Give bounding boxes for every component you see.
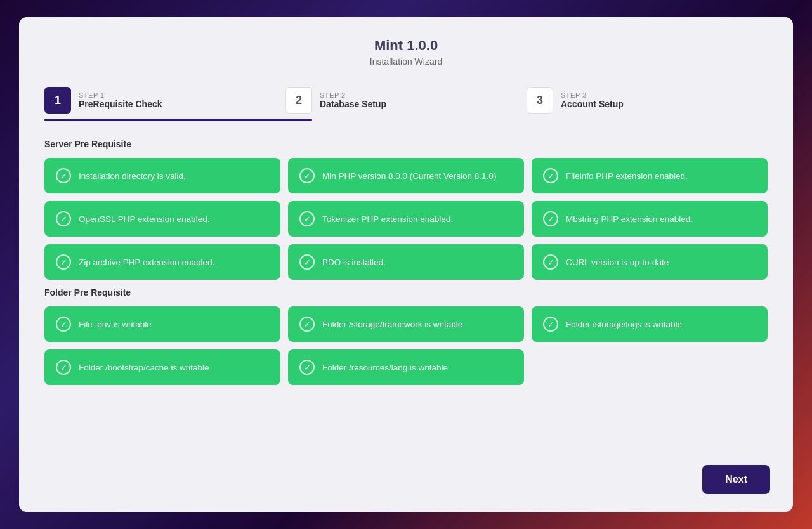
wizard-container: Mint 1.0.0 Installation Wizard 1 STEP 1 … — [19, 17, 793, 512]
check-icon: ✓ — [56, 360, 71, 375]
server-section-title: Server Pre Requisite — [44, 139, 768, 149]
step-2-number: 2 — [285, 87, 312, 114]
check-item: ✓ Folder /storage/framework is writable — [288, 306, 524, 342]
check-label: Installation directory is valid. — [79, 171, 186, 181]
step-2-label-main: Database Setup — [320, 99, 386, 109]
check-label: Folder /storage/framework is writable — [322, 320, 462, 329]
check-label: Folder /resources/lang is writable — [322, 363, 448, 372]
check-icon: ✓ — [299, 211, 315, 226]
check-icon: ✓ — [56, 254, 71, 270]
step-3-label-top: STEP 3 — [561, 91, 624, 99]
check-label: Folder /storage/logs is writable — [566, 320, 682, 329]
check-item: ✓ OpenSSL PHP extension enabled. — [44, 201, 280, 237]
check-label: CURL version is up-to-date — [566, 258, 669, 267]
check-icon: ✓ — [56, 317, 71, 332]
check-label: OpenSSL PHP extension enabled. — [79, 214, 209, 224]
check-label: Tokenizer PHP extension enabled. — [322, 214, 453, 224]
check-item: ✓ Fileinfo PHP extension enabled. — [532, 158, 768, 193]
check-label: Zip archive PHP extension enabled. — [79, 258, 214, 267]
check-icon: ✓ — [543, 168, 558, 183]
step-2-labels: STEP 2 Database Setup — [320, 91, 386, 109]
steps-nav: 1 STEP 1 PreRequisite Check 2 STEP 2 Dat… — [44, 87, 768, 114]
check-item: ✓ PDO is installed. — [288, 244, 524, 280]
check-icon: ✓ — [56, 168, 71, 183]
check-item: ✓ Min PHP version 8.0.0 (Current Version… — [288, 158, 524, 193]
wizard-title: Mint 1.0.0 — [44, 37, 768, 54]
step-1-label-top: STEP 1 — [79, 91, 162, 99]
check-icon: ✓ — [543, 211, 558, 226]
check-item: ✓ File .env is writable — [44, 306, 280, 342]
step-1-label-main: PreRequisite Check — [79, 99, 162, 109]
check-item: ✓ Mbstring PHP extension enabled. — [532, 201, 768, 237]
check-icon: ✓ — [299, 254, 315, 270]
check-icon: ✓ — [299, 317, 315, 332]
folder-checks-grid: ✓ File .env is writable ✓ Folder /storag… — [44, 306, 768, 385]
check-item: ✓ CURL version is up-to-date — [532, 244, 768, 280]
check-label: PDO is installed. — [322, 258, 386, 267]
check-label: File .env is writable — [79, 320, 152, 329]
check-item: ✓ Installation directory is valid. — [44, 158, 280, 193]
step-3-label-main: Account Setup — [561, 99, 624, 109]
check-item: ✓ Folder /resources/lang is writable — [288, 349, 524, 385]
check-label: Min PHP version 8.0.0 (Current Version 8… — [322, 171, 496, 181]
wizard-header: Mint 1.0.0 Installation Wizard — [44, 37, 768, 67]
step-2: 2 STEP 2 Database Setup — [285, 87, 527, 114]
next-button[interactable]: Next — [702, 465, 770, 494]
check-item: ✓ Tokenizer PHP extension enabled. — [288, 201, 524, 237]
check-icon: ✓ — [56, 211, 71, 226]
check-item: ✓ Zip archive PHP extension enabled. — [44, 244, 280, 280]
check-icon: ✓ — [299, 360, 315, 375]
check-icon: ✓ — [543, 317, 558, 332]
progress-bar — [44, 119, 312, 121]
step-1: 1 STEP 1 PreRequisite Check — [44, 87, 285, 114]
server-checks-grid: ✓ Installation directory is valid. ✓ Min… — [44, 158, 768, 280]
check-item: ✓ Folder /storage/logs is writable — [532, 306, 768, 342]
step-2-label-top: STEP 2 — [320, 91, 386, 99]
check-icon: ✓ — [543, 254, 558, 270]
folder-section-title: Folder Pre Requisite — [44, 287, 768, 297]
step-1-number: 1 — [44, 87, 71, 114]
step-3-number: 3 — [527, 87, 553, 114]
check-label: Fileinfo PHP extension enabled. — [566, 171, 688, 181]
check-label: Folder /bootstrap/cache is writable — [79, 363, 209, 372]
wizard-subtitle: Installation Wizard — [44, 56, 768, 67]
check-icon: ✓ — [299, 168, 315, 183]
step-3: 3 STEP 3 Account Setup — [527, 87, 768, 114]
step-3-labels: STEP 3 Account Setup — [561, 91, 624, 109]
check-item: ✓ Folder /bootstrap/cache is writable — [44, 349, 280, 385]
check-label: Mbstring PHP extension enabled. — [566, 214, 693, 224]
step-1-labels: STEP 1 PreRequisite Check — [79, 91, 162, 109]
